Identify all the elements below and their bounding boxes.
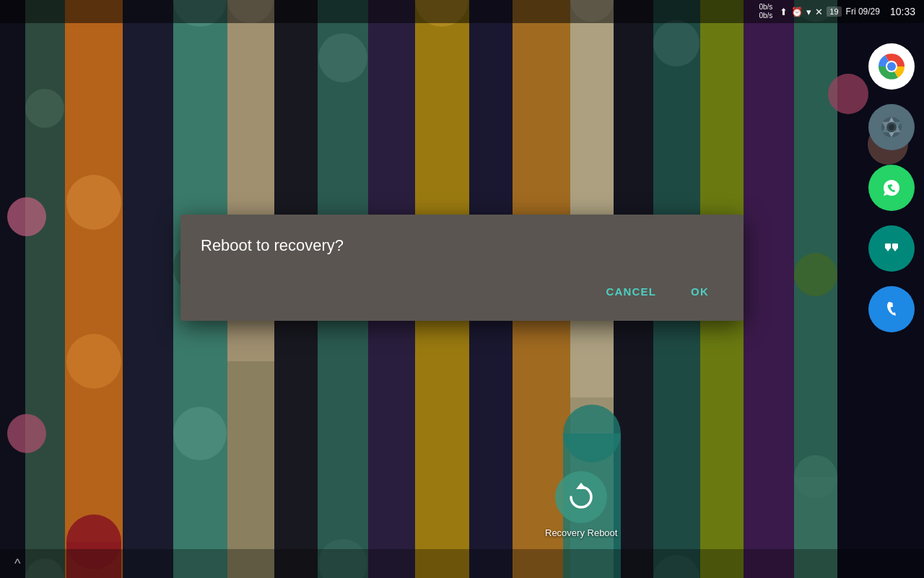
reboot-dialog: Reboot to recovery? CANCEL OK: [180, 215, 744, 321]
ok-button[interactable]: OK: [676, 278, 723, 305]
dialog-title: Reboot to recovery?: [201, 236, 723, 255]
cancel-button[interactable]: CANCEL: [591, 278, 671, 305]
dialog-buttons: CANCEL OK: [201, 278, 723, 308]
dialog-overlay: Reboot to recovery? CANCEL OK: [0, 0, 924, 578]
